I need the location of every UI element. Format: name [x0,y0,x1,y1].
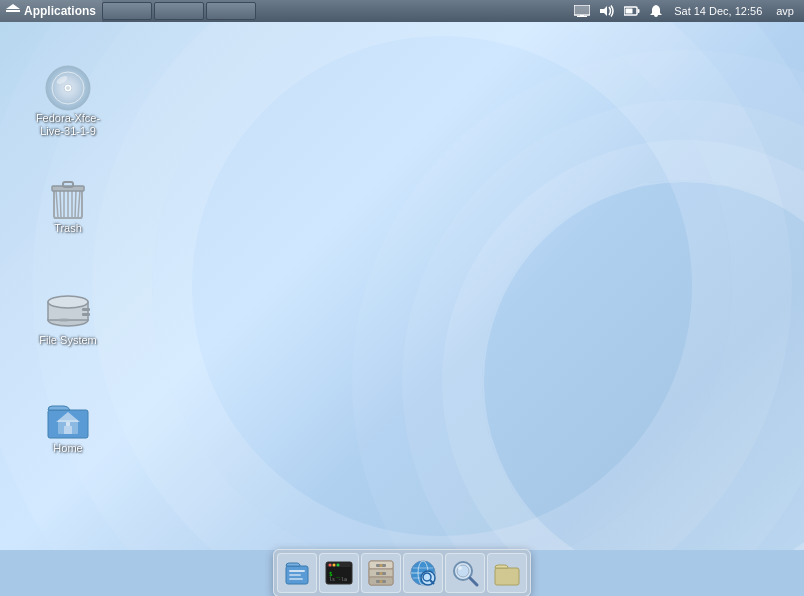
svg-line-16 [56,190,58,218]
dock: $ _ ls -la [273,549,531,596]
dock-folder[interactable] [487,553,527,593]
window-btn-3[interactable] [206,2,256,20]
window-btn-2[interactable] [154,2,204,20]
home-label: Home [53,442,82,455]
desktop-icon-trash[interactable]: Trash [28,170,108,239]
desktop-icon-disc[interactable]: Fedora-Xfce-Live-31-1-9 [28,60,108,142]
volume-indicator[interactable] [596,0,618,22]
svg-text:ls -la: ls -la [329,576,347,582]
battery-indicator[interactable] [620,0,644,22]
svg-point-70 [458,566,462,570]
svg-rect-8 [638,9,640,13]
desktop: Fedora-Xfce-Live-31-1-9 Trash [0,22,804,550]
svg-rect-36 [66,422,70,426]
svg-point-43 [329,564,332,567]
dock-terminal[interactable]: $ _ ls -la [319,553,359,593]
svg-rect-35 [64,426,72,434]
filesystem-label: File System [39,334,96,347]
svg-marker-1 [6,4,20,9]
svg-rect-24 [63,182,73,187]
trash-label: Trash [54,222,82,235]
svg-point-56 [380,572,383,575]
app-menu-label: Applications [24,4,96,18]
desktop-icon-filesystem[interactable]: File System [28,282,108,351]
svg-point-13 [66,86,70,90]
dock-search[interactable] [445,553,485,593]
notification-indicator[interactable] [646,0,666,22]
svg-rect-0 [6,10,20,12]
taskbar: $ _ ls -la [0,550,804,596]
svg-point-45 [337,564,340,567]
svg-rect-29 [82,308,90,311]
svg-rect-30 [82,313,90,316]
svg-rect-9 [626,9,633,14]
svg-line-69 [470,578,477,585]
svg-rect-39 [289,574,301,576]
dock-browser[interactable] [403,553,443,593]
svg-rect-3 [575,6,589,14]
desktop-icon-home[interactable]: Home [28,390,108,459]
panel-indicators: Sat 14 Dec, 12:56 avp [570,0,804,22]
username: avp [770,5,800,17]
svg-rect-40 [289,578,303,580]
svg-point-31 [58,318,70,322]
svg-rect-38 [289,570,305,572]
svg-point-57 [380,580,383,583]
svg-point-44 [333,564,336,567]
svg-marker-6 [600,6,607,16]
svg-rect-5 [577,16,587,17]
top-panel: Applications [0,0,804,22]
disc-label: Fedora-Xfce-Live-31-1-9 [32,112,104,138]
panel-windows [102,2,256,20]
dock-filemanager[interactable] [361,553,401,593]
window-btn-1[interactable] [102,2,152,20]
svg-line-22 [78,190,80,218]
clock: Sat 14 Dec, 12:56 [668,5,768,17]
app-menu[interactable]: Applications [0,0,102,22]
svg-point-28 [48,296,88,308]
svg-rect-71 [495,568,519,585]
svg-line-21 [75,190,76,218]
svg-point-55 [380,564,383,567]
display-indicator[interactable] [570,0,594,22]
dock-files[interactable] [277,553,317,593]
svg-line-17 [60,190,61,218]
